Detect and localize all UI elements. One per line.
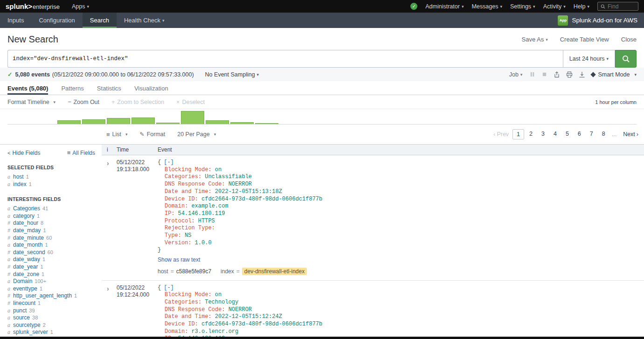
field-item[interactable]: #http_user_agent_length1 (7, 292, 95, 300)
field-item[interactable]: #date_zone1 (7, 271, 95, 278)
timeline-bar[interactable] (107, 118, 130, 124)
json-value[interactable]: NS (185, 232, 191, 239)
time-range-picker[interactable]: Last 24 hours (563, 50, 615, 68)
deselect-button[interactable]: Deselect (176, 99, 205, 105)
next-page-button[interactable]: Next (623, 131, 638, 138)
json-value[interactable]: NOERROR (229, 306, 252, 313)
timeline-bar[interactable] (230, 122, 254, 124)
field-item[interactable]: ahost1 (7, 173, 95, 181)
timeline-bar[interactable] (206, 120, 229, 124)
save-as-button[interactable]: Save As (521, 36, 547, 43)
expand-event-icon[interactable] (107, 159, 109, 167)
format-menu[interactable]: Format (140, 131, 166, 138)
field-item[interactable]: asourcetype2 (7, 322, 95, 329)
field-item[interactable]: acategory1 (7, 213, 95, 220)
page-button[interactable]: 5 (562, 129, 573, 139)
pause-icon[interactable] (529, 71, 535, 77)
timeline-bar[interactable] (132, 118, 155, 124)
timeline-bar[interactable] (255, 123, 278, 124)
host-field-value[interactable]: c588e5fe89c7 (176, 268, 211, 275)
nav-inputs[interactable]: Inputs (0, 13, 31, 28)
json-value[interactable]: 1.0.0 (195, 240, 212, 246)
nav-health-check[interactable]: Health Check (117, 13, 172, 28)
json-value[interactable]: NOERROR (229, 181, 252, 187)
timeline-bar[interactable] (82, 119, 105, 124)
json-value[interactable]: 54.146.180.119 (178, 210, 225, 217)
page-button[interactable]: 3 (538, 129, 548, 139)
per-page-menu[interactable]: 20 Per Page (177, 131, 216, 138)
page-button[interactable]: 8 (598, 129, 609, 139)
health-check-icon[interactable] (410, 3, 417, 10)
field-item[interactable]: aindex1 (7, 181, 95, 188)
tab-statistics[interactable]: Statistics (97, 81, 121, 95)
show-raw-text-link[interactable]: Show as raw text (158, 256, 200, 264)
json-value[interactable]: r3.o.lencr.org (191, 328, 238, 335)
prev-page-button[interactable]: Prev (493, 131, 509, 138)
json-value[interactable]: Technology (205, 299, 238, 305)
print-icon[interactable] (566, 71, 573, 78)
timeline-bar[interactable] (57, 120, 81, 124)
activity-menu[interactable]: Activity (543, 3, 566, 10)
field-item[interactable]: adate_month1 (7, 242, 95, 249)
find-input[interactable] (608, 3, 635, 10)
field-item[interactable]: apunct39 (7, 307, 95, 315)
json-value[interactable]: on (215, 291, 222, 298)
page-button[interactable]: 4 (550, 129, 561, 139)
json-value[interactable]: 2022-12-05T15:12:24Z (215, 313, 282, 320)
job-menu[interactable]: Job (509, 71, 523, 78)
tab-events[interactable]: Events (5,080) (7, 81, 48, 95)
page-button[interactable]: 1 (512, 129, 524, 139)
field-item[interactable]: asource38 (7, 314, 95, 322)
field-item[interactable]: aCategories41 (7, 205, 95, 213)
field-item[interactable]: adate_wday1 (7, 256, 95, 263)
page-button[interactable]: 6 (574, 129, 585, 139)
json-value[interactable]: cfdc2664-973d-480f-98dd-0606dc1f877b (201, 321, 322, 327)
event-sampling-menu[interactable]: No Event Sampling (205, 71, 259, 78)
json-value[interactable]: example.com (191, 203, 228, 209)
settings-menu[interactable]: Settings (510, 3, 535, 10)
expand-event-icon[interactable] (107, 284, 109, 292)
format-timeline-menu[interactable]: Format Timeline (7, 99, 55, 105)
field-item[interactable]: #linecount1 (7, 300, 95, 307)
zoom-to-selection-button[interactable]: Zoom to Selection (111, 99, 164, 105)
collapse-json-link[interactable]: [-] (164, 284, 174, 291)
stop-icon[interactable] (541, 71, 547, 77)
all-fields-link[interactable]: All Fields (67, 149, 95, 156)
search-query-input[interactable] (13, 55, 558, 62)
index-field-value[interactable]: dev-dnsfirewall-etl-index (242, 268, 307, 275)
tab-visualization[interactable]: Visualization (134, 81, 168, 95)
col-time[interactable]: Time (117, 146, 158, 153)
field-item[interactable]: #date_mday1 (7, 227, 95, 235)
json-value[interactable]: HTTPS (198, 218, 215, 224)
nav-configuration[interactable]: Configuration (31, 13, 82, 28)
hide-fields-link[interactable]: Hide Fields (7, 149, 40, 156)
smart-mode-menu[interactable]: Smart Mode (591, 71, 637, 78)
page-button[interactable]: 7 (586, 129, 597, 139)
collapse-json-link[interactable]: [-] (164, 159, 174, 166)
export-icon[interactable] (579, 71, 585, 78)
field-item[interactable]: #date_hour8 (7, 220, 95, 227)
search-button[interactable] (615, 50, 637, 68)
messages-menu[interactable]: Messages (471, 3, 502, 10)
nav-search[interactable]: Search (83, 13, 117, 28)
apps-menu[interactable]: Apps (72, 3, 89, 10)
timeline-bar[interactable] (181, 111, 204, 124)
tab-patterns[interactable]: Patterns (61, 81, 83, 95)
help-menu[interactable]: Help (574, 3, 589, 10)
timeline-bar[interactable] (156, 123, 180, 124)
list-view-menu[interactable]: List (106, 131, 128, 138)
close-button[interactable]: Close (621, 36, 637, 43)
json-value[interactable]: on (215, 166, 222, 173)
field-item[interactable]: #date_year1 (7, 263, 95, 271)
create-table-view-button[interactable]: Create Table View (560, 36, 609, 43)
share-icon[interactable] (554, 71, 560, 78)
field-item[interactable]: asplunk_server1 (7, 329, 95, 336)
field-item[interactable]: aeventtype1 (7, 285, 95, 293)
json-value[interactable]: Unclassifiable (205, 173, 252, 180)
find-box[interactable] (597, 2, 638, 11)
json-value[interactable]: 2022-12-05T15:13:18Z (215, 188, 282, 195)
administrator-menu[interactable]: Administrator (425, 3, 464, 10)
field-item[interactable]: aDomain100+ (7, 278, 95, 285)
field-item[interactable]: #date_minute60 (7, 235, 95, 242)
json-value[interactable]: cfdc2664-973d-480f-98dd-0606dc1f877b (201, 196, 322, 202)
